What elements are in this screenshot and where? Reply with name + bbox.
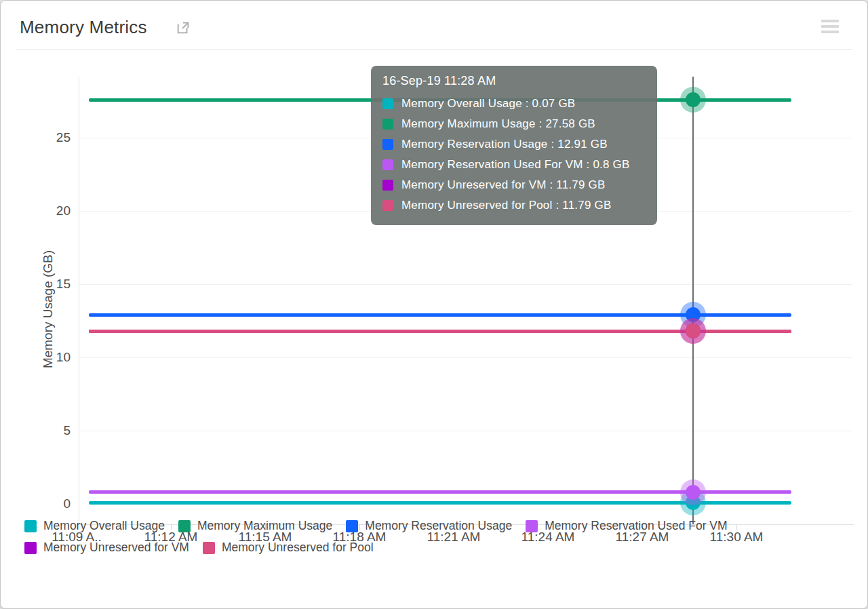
tooltip-row: Memory Reservation Usage : 12.91 GB <box>382 134 646 155</box>
tooltip-series-swatch <box>382 139 393 150</box>
y-axis-line <box>79 77 79 524</box>
y-gridline <box>79 357 852 358</box>
legend-label: Memory Maximum Usage <box>197 519 332 533</box>
tooltip-series-value: Memory Reservation Usage : 12.91 GB <box>401 138 608 151</box>
tooltip-series-value: Memory Maximum Usage : 27.58 GB <box>401 117 595 131</box>
chart-legend: Memory Overall UsageMemory Maximum Usage… <box>24 519 845 555</box>
y-tick-label: 5 <box>30 423 71 438</box>
y-gridline <box>79 431 852 431</box>
crosshair-line <box>692 77 694 524</box>
legend-item-memory-reservation-used-for-vm[interactable]: Memory Reservation Used For VM <box>526 519 727 533</box>
legend-swatch <box>203 542 215 554</box>
legend-item-memory-unreserved-for-vm[interactable]: Memory Unreserved for VM <box>24 541 189 555</box>
y-tick-label: 10 <box>30 350 71 365</box>
marker-dot-memory-reservation-used-for-vm[interactable] <box>686 485 701 500</box>
tooltip-series-swatch <box>382 119 393 130</box>
tooltip-row: Memory Maximum Usage : 27.58 GB <box>382 114 646 134</box>
legend-label: Memory Unreserved for VM <box>43 541 189 555</box>
tooltip-series-value: Memory Overall Usage : 0.07 GB <box>401 97 575 111</box>
legend-label: Memory Overall Usage <box>43 519 165 533</box>
page-title: Memory Metrics <box>20 17 147 38</box>
tooltip-series-swatch <box>382 159 393 170</box>
legend-label: Memory Unreserved for Pool <box>222 541 374 555</box>
legend-label: Memory Reservation Used For VM <box>545 519 727 533</box>
legend-item-memory-overall-usage[interactable]: Memory Overall Usage <box>24 519 165 533</box>
chart-menu-icon[interactable] <box>821 20 839 35</box>
tooltip-timestamp: 16-Sep-19 11:28 AM <box>382 74 646 88</box>
y-tick-label: 20 <box>30 203 71 218</box>
tooltip-rows: Memory Overall Usage : 0.07 GBMemory Max… <box>382 94 646 216</box>
legend-item-memory-maximum-usage[interactable]: Memory Maximum Usage <box>178 519 332 533</box>
legend-item-memory-reservation-usage[interactable]: Memory Reservation Usage <box>346 519 512 533</box>
memory-metrics-widget: Memory Metrics Memory Usage (GB) 0510152… <box>0 0 868 609</box>
widget-header: Memory Metrics <box>1 1 867 49</box>
tooltip-series-value: Memory Unreserved for VM : 11.79 GB <box>401 178 606 192</box>
y-tick-label: 0 <box>30 496 71 511</box>
tooltip-row: Memory Unreserved for VM : 11.79 GB <box>382 175 646 195</box>
open-in-new-window-icon[interactable] <box>176 20 191 35</box>
legend-swatch <box>346 520 358 532</box>
legend-swatch <box>178 520 191 532</box>
y-tick-label: 15 <box>30 277 71 292</box>
y-tick-label: 25 <box>30 130 71 145</box>
tooltip-series-value: Memory Unreserved for Pool : 11.79 GB <box>401 199 611 212</box>
legend-swatch <box>24 520 37 532</box>
tooltip-series-value: Memory Reservation Used For VM : 0.8 GB <box>401 158 630 172</box>
tooltip-row: Memory Overall Usage : 0.07 GB <box>382 94 646 114</box>
legend-swatch <box>526 520 538 532</box>
y-axis-title: Memory Usage (GB) <box>41 221 56 397</box>
tooltip-series-swatch <box>382 180 393 191</box>
tooltip-series-swatch <box>382 200 393 211</box>
legend-label: Memory Reservation Usage <box>365 519 512 533</box>
tooltip-row: Memory Unreserved for Pool : 11.79 GB <box>382 195 646 216</box>
tooltip-row: Memory Reservation Used For VM : 0.8 GB <box>382 155 646 175</box>
chart-tooltip: 16-Sep-19 11:28 AM Memory Overall Usage … <box>371 66 657 225</box>
legend-item-memory-unreserved-for-pool[interactable]: Memory Unreserved for Pool <box>203 541 374 555</box>
tooltip-series-swatch <box>382 98 393 109</box>
legend-swatch <box>24 542 37 554</box>
y-gridline <box>79 284 852 285</box>
